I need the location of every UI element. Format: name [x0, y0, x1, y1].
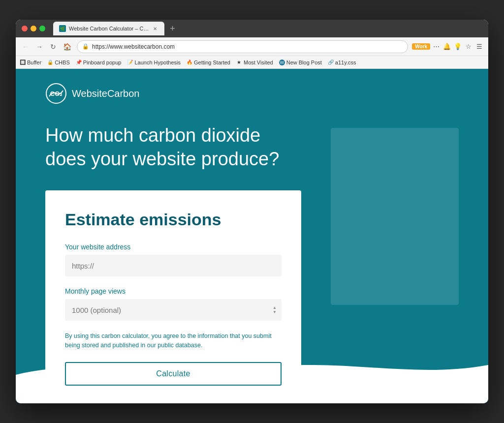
tab-bar: 🌿 Website Carbon Calculator – C… ✕ +: [53, 22, 482, 35]
decorative-rectangle: [331, 128, 459, 305]
tab-close-icon[interactable]: ✕: [152, 25, 158, 32]
menu-icon[interactable]: ☰: [474, 42, 484, 52]
extensions-icon[interactable]: ⋯: [431, 42, 441, 52]
notifications-icon[interactable]: 🔔: [442, 42, 452, 52]
spinner-down-icon[interactable]: ▼: [273, 310, 277, 314]
new-tab-button[interactable]: +: [166, 23, 178, 34]
work-badge: Work: [412, 43, 430, 50]
bookmark-hypothesis-label: Launch Hypothesis: [134, 60, 181, 65]
spinner-up-icon[interactable]: ▲: [273, 306, 277, 310]
bookmark-buffer-label: Buffer: [27, 60, 41, 65]
bookmark-getting-started[interactable]: 🔥 Getting Started: [187, 60, 230, 65]
url-label: Your website address: [65, 243, 282, 251]
titlebar: 🌿 Website Carbon Calculator – C… ✕ +: [16, 20, 488, 37]
minimize-button[interactable]: [31, 26, 36, 31]
bookmark-most-visited[interactable]: ★ Most Visited: [236, 60, 273, 65]
number-spinners: ▲ ▼: [273, 306, 277, 314]
tab-favicon-icon: 🌿: [59, 25, 66, 32]
logo-text: WebsiteCarbon: [72, 88, 139, 99]
url-input[interactable]: [65, 255, 282, 276]
website-content: CO₂ WebsiteCarbon How much carbon dioxid…: [16, 69, 488, 403]
pocket-icon[interactable]: 💡: [453, 42, 463, 52]
bookmark-most-visited-label: Most Visited: [244, 60, 273, 65]
bookmark-chbs[interactable]: 🔒 CHBS: [47, 60, 70, 65]
browser-window: 🌿 Website Carbon Calculator – C… ✕ + ← →…: [16, 20, 488, 403]
form-title: Estimate emissions: [65, 210, 282, 229]
bookmark-hypothesis[interactable]: 📝 Launch Hypothesis: [127, 60, 181, 65]
pinboard-icon: 📌: [76, 60, 82, 65]
pageviews-label: Monthly page views: [65, 287, 282, 295]
pageviews-input[interactable]: [65, 299, 282, 321]
forward-button[interactable]: →: [33, 41, 45, 53]
hypothesis-icon: 📝: [127, 60, 133, 65]
site-header: CO₂ WebsiteCarbon: [16, 69, 488, 104]
site-logo: CO₂ WebsiteCarbon: [45, 83, 139, 104]
bookmark-a11y-label: a11y.css: [335, 60, 356, 65]
close-button[interactable]: [22, 26, 28, 31]
bookmark-getting-started-label: Getting Started: [194, 60, 230, 65]
lock-icon: 🔒: [82, 43, 89, 50]
chbs-icon: 🔒: [47, 60, 53, 65]
navbar: ← → ↻ 🏠 🔒 https://www.websitecarbon.com …: [16, 37, 488, 56]
bookmark-blog-label: New Blog Post: [286, 60, 322, 65]
bookmark-star-icon[interactable]: ☆: [464, 42, 473, 52]
most-visited-icon: ★: [236, 60, 242, 65]
bookmark-new-blog-post[interactable]: W New Blog Post: [279, 60, 322, 65]
hero-title: How much carbon dioxide does your websit…: [45, 124, 301, 171]
logo-icon: CO₂: [45, 83, 67, 104]
getting-started-icon: 🔥: [187, 60, 192, 65]
address-text: https://www.websitecarbon.com: [92, 43, 403, 50]
refresh-button[interactable]: ↻: [47, 41, 59, 53]
buffer-icon: 🔲: [20, 60, 26, 65]
traffic-lights: [22, 26, 45, 31]
disclaimer-text: By using this carbon calculator, you agr…: [65, 332, 282, 350]
bookmarks-bar: 🔲 Buffer 🔒 CHBS 📌 Pinboard popup 📝 Launc…: [16, 56, 488, 69]
calculate-button[interactable]: Calculate: [65, 362, 282, 386]
bookmark-pinboard[interactable]: 📌 Pinboard popup: [76, 60, 122, 65]
bookmark-a11y[interactable]: 🔗 a11y.css: [328, 60, 356, 65]
maximize-button[interactable]: [39, 26, 45, 31]
pageviews-wrapper: ▲ ▼: [65, 299, 282, 321]
bookmark-chbs-label: CHBS: [55, 60, 70, 65]
bookmark-buffer[interactable]: 🔲 Buffer: [20, 60, 41, 65]
home-button[interactable]: 🏠: [61, 41, 73, 53]
address-bar[interactable]: 🔒 https://www.websitecarbon.com: [77, 40, 408, 53]
form-card: Estimate emissions Your website address …: [45, 190, 301, 403]
a11y-icon: 🔗: [328, 60, 334, 65]
active-tab[interactable]: 🌿 Website Carbon Calculator – C… ✕: [53, 22, 164, 35]
tab-title: Website Carbon Calculator – C…: [69, 26, 149, 31]
bookmark-pinboard-label: Pinboard popup: [83, 60, 122, 65]
nav-icons-right: Work ⋯ 🔔 💡 ☆ ☰: [412, 42, 484, 52]
wordpress-icon: W: [279, 60, 285, 65]
back-button[interactable]: ←: [20, 41, 32, 53]
